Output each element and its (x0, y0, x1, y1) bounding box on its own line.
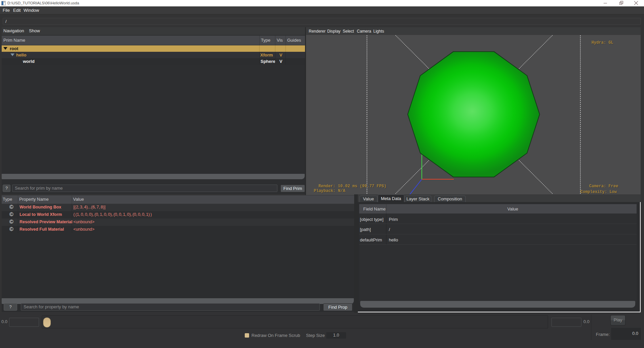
svg-text:Render: 10.02 ms (99.77 FPS): Render: 10.02 ms (99.77 FPS) (318, 184, 386, 189)
svg-text:Playback: N/A: Playback: N/A (314, 189, 345, 193)
svg-text:Complexity: Low: Complexity: Low (580, 190, 617, 194)
svg-text:Camera: Free: Camera: Free (589, 184, 618, 189)
svg-text:Hydra: GL: Hydra: GL (591, 40, 613, 45)
